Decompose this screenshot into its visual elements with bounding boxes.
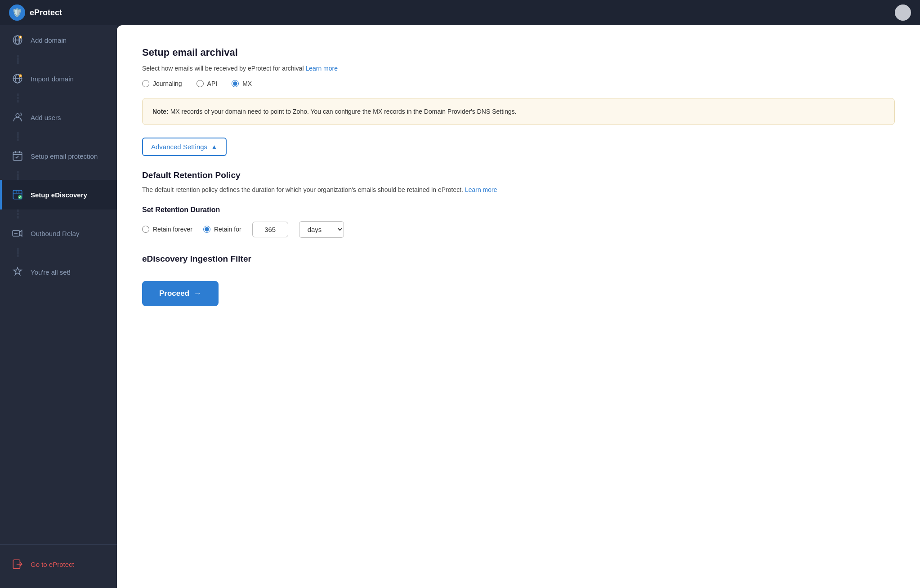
sidebar-bottom: Go to eProtect (0, 544, 117, 579)
radio-journaling[interactable] (142, 80, 149, 87)
sidebar-label-import-domain: Import domain (31, 75, 74, 83)
label-api: API (207, 80, 218, 87)
note-box: Note: MX records of your domain need to … (142, 98, 895, 125)
globe-plus-icon (11, 33, 24, 47)
sidebar-connector (18, 248, 117, 257)
brand-icon: 🛡️ (9, 4, 25, 21)
retention-section-title: Default Retention Policy (142, 170, 895, 180)
svg-point-11 (16, 114, 19, 117)
sidebar: Add domain Import domain (0, 25, 117, 588)
radio-retain-for[interactable] (203, 226, 210, 233)
subtitle: Select how emails will be received by eP… (142, 65, 895, 72)
sidebar-item-go-to-eprotect[interactable]: Go to eProtect (0, 549, 117, 579)
proceed-button[interactable]: Proceed → (142, 281, 219, 306)
flag-icon (11, 265, 24, 279)
label-journaling: Journaling (153, 80, 182, 87)
sidebar-connector (18, 171, 117, 180)
sidebar-item-youre-all-set[interactable]: You're all set! (0, 257, 117, 287)
calendar-edit-icon (11, 149, 24, 163)
advanced-settings-button[interactable]: Advanced Settings ▲ (142, 138, 227, 156)
radio-api[interactable] (197, 80, 204, 87)
globe-check-icon (11, 72, 24, 85)
retention-learn-more-link[interactable]: Learn more (465, 186, 497, 193)
brand-name: eProtect (30, 8, 62, 18)
option-retain-for[interactable]: Retain for (203, 226, 241, 233)
sidebar-item-import-domain[interactable]: Import domain (0, 64, 117, 94)
users-icon (11, 111, 24, 124)
active-indicator (0, 180, 2, 209)
sidebar-label-setup-ediscovery: Setup eDiscovery (31, 191, 87, 199)
sidebar-label-add-users: Add users (31, 114, 61, 121)
option-api[interactable]: API (197, 80, 218, 87)
main-layout: Add domain Import domain (0, 25, 920, 588)
brand: 🛡️ eProtect (9, 4, 62, 21)
sidebar-label-youre-all-set: You're all set! (31, 268, 71, 276)
user-avatar[interactable] (895, 4, 911, 21)
sidebar-connector (18, 94, 117, 102)
note-prefix: Note: (152, 108, 169, 115)
sidebar-label-add-domain: Add domain (31, 36, 67, 44)
label-mx: MX (242, 80, 252, 87)
chevron-up-icon: ▲ (211, 143, 218, 151)
sidebar-item-outbound-relay[interactable]: Outbound Relay (0, 218, 117, 248)
radio-retain-forever[interactable] (142, 226, 149, 233)
arrow-right-box-icon (11, 557, 24, 571)
sidebar-connector (18, 132, 117, 141)
sidebar-label-setup-email-protection: Setup email protection (31, 152, 98, 160)
ediscovery-filter-title: eDiscovery Ingestion Filter (142, 254, 895, 264)
subtitle-text: Select how emails will be received by eP… (142, 65, 304, 72)
label-retain-forever: Retain forever (153, 226, 192, 233)
option-journaling[interactable]: Journaling (142, 80, 182, 87)
sidebar-connector (18, 55, 117, 64)
sidebar-label-go-to-eprotect: Go to eProtect (31, 561, 74, 568)
svg-marker-20 (13, 267, 21, 275)
radio-mx[interactable] (232, 80, 239, 87)
retention-section-desc: The default retention policy defines the… (142, 185, 895, 195)
archival-options: Journaling API MX (142, 80, 895, 87)
proceed-label: Proceed (159, 289, 189, 298)
sidebar-item-add-users[interactable]: Add users (0, 102, 117, 132)
advanced-settings-label: Advanced Settings (151, 143, 207, 151)
label-retain-for: Retain for (214, 226, 241, 233)
topbar: 🛡️ eProtect (0, 0, 920, 25)
retention-row: Retain forever Retain for days months ye… (142, 221, 895, 238)
option-mx[interactable]: MX (232, 80, 252, 87)
sidebar-item-setup-ediscovery[interactable]: Setup eDiscovery (0, 180, 117, 209)
learn-more-link[interactable]: Learn more (305, 65, 338, 72)
box-check-icon (11, 188, 24, 201)
sidebar-item-add-domain[interactable]: Add domain (0, 25, 117, 55)
send-icon (11, 227, 24, 240)
note-text: MX records of your domain need to point … (170, 108, 517, 115)
proceed-arrow-icon: → (194, 289, 201, 298)
days-unit-select[interactable]: days months years (299, 221, 344, 238)
page-title: Setup email archival (142, 47, 895, 58)
sidebar-connector (18, 209, 117, 218)
main-content: Setup email archival Select how emails w… (117, 25, 920, 588)
sidebar-item-setup-email-protection[interactable]: Setup email protection (0, 141, 117, 171)
set-retention-duration-title: Set Retention Duration (142, 206, 895, 214)
sidebar-label-outbound-relay: Outbound Relay (31, 230, 79, 237)
svg-rect-12 (13, 152, 22, 160)
retention-desc-text: The default retention policy defines the… (142, 186, 463, 193)
days-input[interactable] (252, 222, 288, 237)
option-retain-forever[interactable]: Retain forever (142, 226, 192, 233)
